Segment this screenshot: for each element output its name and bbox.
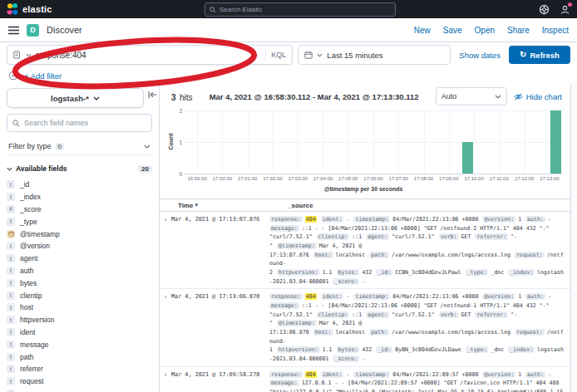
source-field-value: 1 xyxy=(518,293,521,300)
global-search-input[interactable]: Search Elastic xyxy=(205,2,396,17)
sidebar-field-score[interactable]: #_score xyxy=(7,203,152,216)
filter-options-icon[interactable] xyxy=(8,71,18,81)
source-field-name: path: xyxy=(369,329,389,336)
time-column-header[interactable]: Time▾ xyxy=(160,202,288,209)
user-avatar[interactable] xyxy=(560,4,570,15)
sidebar-field-clientip[interactable]: tclientip xyxy=(7,289,152,301)
field-search-placeholder: Search field names xyxy=(24,119,88,127)
saved-query-icon[interactable] xyxy=(13,51,22,59)
x-tick-label: 17:13:00 xyxy=(540,176,559,181)
nav-action-open[interactable]: Open xyxy=(475,26,495,35)
sidebar-field-path[interactable]: tpath xyxy=(7,350,152,363)
chart-plot-area[interactable] xyxy=(185,110,562,174)
sidebar-field-message[interactable]: tmessage xyxy=(7,338,152,350)
source-field-name: _index: xyxy=(508,346,535,353)
chevron-down-icon[interactable] xyxy=(317,53,323,57)
expand-row-icon[interactable]: › xyxy=(160,370,171,392)
string-field-icon: t xyxy=(7,267,15,275)
histogram-chart[interactable]: Count 012 16:59:0017:00:0017:01:0017:02:… xyxy=(165,110,562,192)
filter-bar: + Add filter xyxy=(0,67,577,84)
app-nav-bar: D Discover NewSaveOpenShareInspect xyxy=(0,18,577,42)
expand-row-icon[interactable]: › xyxy=(160,215,171,286)
x-gridline xyxy=(525,110,525,174)
sidebar-field-host[interactable]: thost xyxy=(7,301,152,314)
histogram-bar[interactable] xyxy=(462,142,473,174)
x-tick-label: 17:01:00 xyxy=(238,176,257,181)
sidebar-field-timestamp[interactable]: @timestamp xyxy=(7,228,152,240)
date-field-icon xyxy=(7,230,15,238)
elastic-logo: elastic xyxy=(7,3,52,15)
nav-action-share[interactable]: Share xyxy=(507,26,530,35)
source-field-name: response: xyxy=(269,293,303,300)
source-field-value: - xyxy=(548,216,551,223)
available-fields-header[interactable]: Available fields 20 xyxy=(7,164,152,173)
index-pattern-selector[interactable]: logstash-* xyxy=(7,88,144,108)
source-field-value: CCBN_3cB04dGovJLPawl xyxy=(395,269,461,276)
source-field-name: _score: xyxy=(333,278,359,285)
filter-by-type-dropdown[interactable]: Filter by type 0 xyxy=(7,138,152,155)
y-tick-label: 1 xyxy=(179,140,182,145)
nav-action-inspect[interactable]: Inspect xyxy=(542,26,569,35)
interval-select[interactable]: Auto xyxy=(436,87,507,105)
query-text[interactable]: response:404 xyxy=(36,51,261,60)
source-field-value: - xyxy=(346,216,349,223)
help-icon[interactable] xyxy=(539,4,550,15)
time-range-label[interactable]: Last 15 minutes xyxy=(327,51,382,60)
field-list: t_idt_index#_scoret_type@timestampt@vers… xyxy=(7,179,152,392)
x-axis-ticks: 16:59:0017:00:0017:01:0017:02:0017:03:00… xyxy=(185,174,562,182)
query-input[interactable]: response:404 KQL xyxy=(7,45,293,65)
source-field-value: 1.1 xyxy=(323,269,333,276)
refresh-button[interactable]: ↻ Refresh xyxy=(509,46,570,64)
add-filter-button[interactable]: + Add filter xyxy=(24,71,62,81)
sidebar-field-response[interactable]: tresponse xyxy=(7,388,152,392)
chevron-down-icon xyxy=(495,95,501,99)
string-field-icon: t xyxy=(7,341,15,349)
sidebar-field-index[interactable]: t_index xyxy=(7,191,152,203)
nav-action-save[interactable]: Save xyxy=(443,26,462,35)
expand-row-icon[interactable]: › xyxy=(160,292,171,363)
row-source: response:404ident:-timestamp:04/Mar/2021… xyxy=(269,370,570,392)
source-field-value: 127.0.0.1 - - [04/Mar/2021:22:09:57 +000… xyxy=(269,380,563,392)
source-field-name: message: xyxy=(269,380,299,386)
source-field-name: _id: xyxy=(376,269,392,276)
discover-app-icon[interactable]: D xyxy=(27,24,39,37)
number-field-icon: # xyxy=(7,205,15,213)
global-header: elastic Search Elastic xyxy=(0,0,577,18)
scrollbar[interactable] xyxy=(570,83,577,392)
string-field-icon: t xyxy=(7,292,15,300)
field-name: _type xyxy=(20,218,37,226)
sidebar-field-ident[interactable]: tident xyxy=(7,326,152,339)
hide-chart-button[interactable]: Hide chart xyxy=(514,92,562,101)
sidebar-field-auth[interactable]: tauth xyxy=(7,265,152,277)
collapse-sidebar-icon[interactable] xyxy=(148,91,157,99)
field-name: httpversion xyxy=(20,316,55,324)
field-name: agent xyxy=(20,254,37,262)
fields-sidebar: logstash-* Search field names Filter by … xyxy=(0,84,160,392)
source-field-name: auth: xyxy=(525,371,545,378)
menu-icon[interactable] xyxy=(8,26,19,35)
chevron-down-icon xyxy=(93,96,100,100)
highlighted-value: 404 xyxy=(305,293,317,300)
source-field-name: _type: xyxy=(466,346,489,353)
x-tick-label: 17:03:00 xyxy=(288,176,308,181)
sidebar-field-agent[interactable]: tagent xyxy=(7,252,152,265)
global-search-placeholder: Search Elastic xyxy=(219,6,262,13)
query-language-button[interactable]: KQL xyxy=(265,49,286,61)
row-source: response:404ident:-timestamp:04/Mar/2021… xyxy=(269,292,570,363)
sidebar-field-httpversion[interactable]: thttpversion xyxy=(7,314,152,326)
chevron-down-icon xyxy=(7,167,12,171)
show-dates-button[interactable]: Show dates xyxy=(456,51,504,60)
sidebar-field-referrer[interactable]: treferrer xyxy=(7,363,152,375)
sidebar-field-request[interactable]: trequest xyxy=(7,375,152,388)
nav-action-new[interactable]: New xyxy=(414,26,431,35)
sidebar-field-id[interactable]: t_id xyxy=(7,179,152,191)
date-picker[interactable]: Last 15 minutes xyxy=(298,45,451,65)
sidebar-field-type[interactable]: t_type xyxy=(7,215,152,228)
x-gridline xyxy=(348,110,349,174)
histogram-bar[interactable] xyxy=(550,110,561,174)
sidebar-field-version[interactable]: t@version xyxy=(7,240,152,252)
field-search-input[interactable]: Search field names xyxy=(7,114,152,132)
field-name: _id xyxy=(20,180,29,189)
sidebar-field-bytes[interactable]: tbytes xyxy=(7,277,152,289)
chevron-down-icon[interactable] xyxy=(26,53,32,57)
